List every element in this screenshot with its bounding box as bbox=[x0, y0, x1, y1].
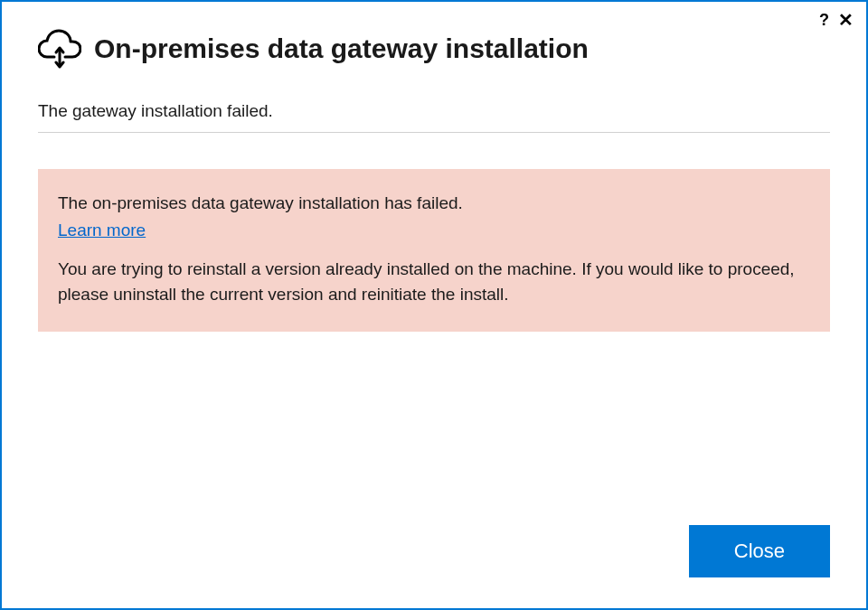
installer-window: ? ✕ On-premises data gateway installatio… bbox=[0, 0, 868, 610]
cloud-gateway-icon bbox=[38, 29, 81, 69]
error-panel: The on-premises data gateway installatio… bbox=[38, 169, 830, 332]
learn-more-link[interactable]: Learn more bbox=[58, 218, 146, 243]
footer: Close bbox=[2, 525, 866, 608]
error-detail: You are trying to reinstall a version al… bbox=[58, 257, 810, 306]
content-area: The gateway installation failed. The on-… bbox=[2, 69, 866, 525]
window-controls: ? ✕ bbox=[819, 11, 854, 29]
close-button[interactable]: Close bbox=[689, 525, 830, 577]
page-title: On-premises data gateway installation bbox=[94, 33, 589, 64]
help-icon[interactable]: ? bbox=[819, 12, 829, 28]
header: On-premises data gateway installation bbox=[2, 2, 866, 69]
close-icon[interactable]: ✕ bbox=[838, 11, 854, 29]
status-message: The gateway installation failed. bbox=[38, 101, 830, 133]
error-title: The on-premises data gateway installatio… bbox=[58, 191, 810, 216]
